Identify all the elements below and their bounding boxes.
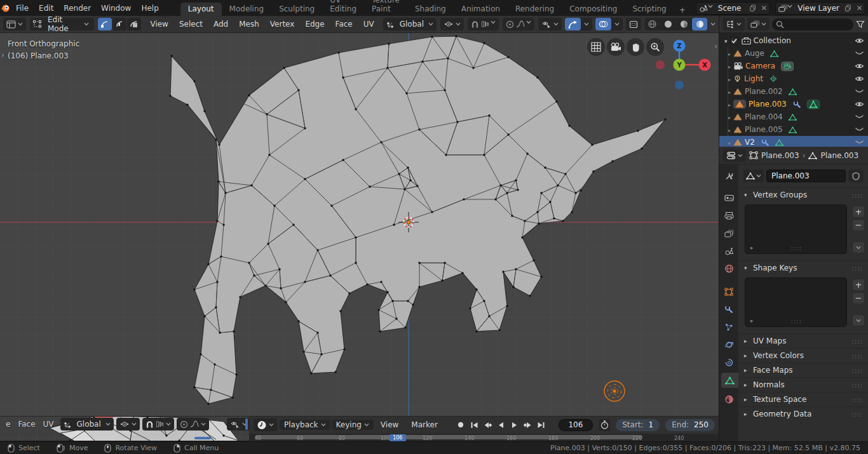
mini-proportional-toggle[interactable]	[180, 420, 188, 429]
mesh-datablock-dropdown[interactable]	[743, 170, 764, 182]
vertex-select-button[interactable]	[98, 18, 112, 30]
blender-logo-icon[interactable]	[0, 4, 11, 13]
object-name[interactable]: Plane.003	[749, 100, 787, 109]
xray-toggle[interactable]	[626, 18, 641, 30]
workspace-tab-uv-editing[interactable]: UV Editing	[322, 0, 364, 16]
section-header-geometry-data[interactable]: ▸Geometry Data::::	[738, 406, 868, 421]
menu-render[interactable]: Render	[58, 4, 96, 13]
sidebar-expand-chevron[interactable]: ‹	[714, 42, 717, 51]
new-view-layer-button[interactable]	[842, 4, 854, 11]
object-data-icon[interactable]	[789, 114, 797, 121]
next-key-button[interactable]	[522, 419, 534, 431]
scene-name[interactable]: Scene	[715, 4, 747, 13]
object-name[interactable]: Collection	[754, 36, 791, 45]
falloff-dropdown[interactable]	[516, 20, 531, 28]
shading-wireframe-button[interactable]	[644, 18, 660, 30]
add-item-button[interactable]: +	[852, 279, 865, 291]
visibility-closed-icon[interactable]	[855, 114, 864, 119]
viewport-menu-select[interactable]: Select	[174, 20, 208, 29]
section-header-uv-maps[interactable]: ▸UV Maps::::	[738, 333, 868, 348]
remove-item-button[interactable]: −	[852, 219, 865, 231]
object-data-icon[interactable]	[789, 126, 797, 133]
shading-rendered-button[interactable]	[692, 18, 707, 30]
mini-viewport-scrollbar-horizontal[interactable]	[194, 437, 211, 439]
ortho-grid-button[interactable]	[587, 38, 605, 56]
menu-window[interactable]: Window	[96, 4, 136, 13]
viewport-3d[interactable]: Front Orthographic (106) Plane.003 ZYX ›…	[0, 33, 719, 416]
delete-scene-button[interactable]	[759, 5, 770, 11]
mini-viewport-scrollbar-vertical[interactable]	[245, 418, 248, 430]
overlays-toggle[interactable]	[595, 18, 611, 30]
breadcrumb-object[interactable]: Plane.003	[761, 151, 799, 160]
remove-view-layer-button[interactable]	[854, 5, 865, 11]
object-name[interactable]: Plane.005	[745, 125, 783, 134]
mini-orientation-dropdown[interactable]: Global	[60, 418, 114, 431]
pan-button[interactable]	[627, 38, 644, 56]
properties-tab-render[interactable]	[719, 190, 738, 205]
scene-selector[interactable]: Scene	[696, 2, 770, 15]
fake-user-button[interactable]	[848, 170, 864, 182]
collection-checkbox[interactable]	[730, 37, 739, 45]
toolbar-expand-chevron[interactable]: ›	[1, 51, 4, 60]
timeline-editor-type-button[interactable]	[254, 418, 277, 431]
properties-tab-particles[interactable]	[719, 319, 738, 335]
timeline-scrollbar[interactable]	[255, 435, 642, 439]
outliner-row-collection[interactable]: ▾Collection	[719, 34, 868, 47]
object-data-icon[interactable]	[769, 74, 778, 83]
viewport-menu-edge[interactable]: Edge	[300, 20, 329, 29]
current-frame-indicator[interactable]: 106	[390, 434, 406, 441]
modifier-wrench-icon[interactable]	[793, 100, 801, 109]
frame-range-end[interactable]: End:250	[665, 419, 715, 431]
timeline-scrubber[interactable]: 406080100120140160180200220240 106	[250, 434, 719, 441]
mini-viewport-menu-e[interactable]: e	[2, 420, 14, 429]
properties-tab-constraints[interactable]	[719, 355, 738, 370]
jump-start-button[interactable]	[468, 419, 480, 431]
outliner-row-camera[interactable]: ▸Camera	[719, 60, 868, 72]
specials-dropdown-button[interactable]	[852, 314, 865, 326]
face-select-button[interactable]	[127, 18, 141, 30]
editor-type-button[interactable]	[3, 18, 26, 30]
viewport-menu-uv[interactable]: UV	[358, 20, 379, 29]
workspace-tab-shading[interactable]: Shading	[407, 3, 454, 16]
properties-tab-data[interactable]	[721, 373, 738, 388]
secondary-viewport[interactable]: eFaceUV Global	[0, 416, 249, 441]
new-scene-button[interactable]	[747, 4, 759, 11]
modifier-wrench-icon[interactable]	[761, 138, 770, 147]
object-name[interactable]: Plane.002	[745, 87, 783, 96]
jump-end-button[interactable]	[535, 419, 547, 431]
object-data-icon[interactable]	[775, 139, 783, 146]
viewport-menu-mesh[interactable]: Mesh	[234, 20, 264, 29]
object-data-icon[interactable]	[789, 88, 797, 95]
outliner-display-mode-dropdown[interactable]	[747, 18, 770, 30]
properties-tab-material[interactable]	[719, 392, 738, 407]
shading-dropdown[interactable]	[710, 22, 715, 26]
outliner-row-plane-003[interactable]: ▸Plane.003	[719, 98, 868, 110]
object-name[interactable]: Plane.004	[745, 112, 783, 121]
viewport-menu-view[interactable]: View	[145, 20, 173, 29]
workspace-tab-scripting[interactable]: Scripting	[625, 3, 674, 16]
add-workspace-button[interactable]: +	[674, 4, 691, 16]
remove-item-button[interactable]: −	[852, 292, 865, 304]
object-name[interactable]: V2	[745, 138, 755, 147]
section-header-normals[interactable]: ▸Normals::::	[738, 377, 868, 392]
viewport-menu-vertex[interactable]: Vertex	[265, 20, 300, 29]
use-preview-range-button[interactable]	[599, 419, 610, 431]
outliner-filter-button[interactable]	[856, 20, 865, 29]
shape-keys-list[interactable]: ▸::::	[745, 277, 847, 327]
frame-range-start[interactable]: Start:1	[616, 419, 660, 431]
workspace-tab-sculpting[interactable]: Sculpting	[271, 3, 322, 16]
object-data-icon[interactable]	[807, 100, 820, 109]
timeline-menu-marker[interactable]: Marker	[405, 420, 443, 430]
shading-material-button[interactable]	[676, 18, 691, 30]
properties-tab-world[interactable]	[719, 261, 738, 276]
section-header-texture-space[interactable]: ▸Texture Space::::	[738, 392, 868, 406]
outliner-row-plane-005[interactable]: ▸Plane.005	[719, 123, 868, 136]
outliner-row-light[interactable]: ▸Light	[719, 72, 868, 85]
vertex-groups-list[interactable]: ▸::::	[745, 204, 847, 254]
workspace-tab-texture-paint[interactable]: Texture Paint	[364, 0, 407, 16]
record-button[interactable]	[455, 419, 467, 431]
outliner-row-plane-002[interactable]: ▸Plane.002	[719, 85, 868, 98]
visibility-closed-icon[interactable]	[855, 51, 864, 56]
section-header-vertex-colors[interactable]: ▸Vertex Colors::::	[738, 348, 868, 363]
section-header-vertex-groups[interactable]: ▾Vertex Groups::::	[738, 187, 868, 202]
